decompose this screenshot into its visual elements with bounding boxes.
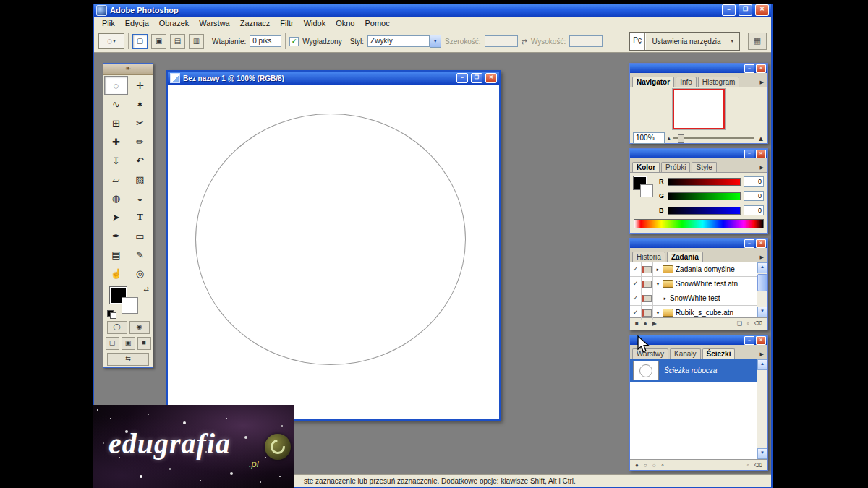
move-tool[interactable]: ✛: [128, 76, 152, 95]
swap-colors-icon[interactable]: ⇄: [143, 286, 149, 293]
panel-minimize-button[interactable]: –: [744, 150, 754, 158]
expander-icon[interactable]: ►: [653, 267, 663, 272]
menu-filtr[interactable]: Filtr: [275, 18, 298, 28]
stroke-path-button[interactable]: ○: [644, 461, 647, 471]
actions-panel-titlebar[interactable]: – ✕: [630, 239, 767, 248]
fullscreen-menubar-button[interactable]: ▣: [122, 337, 135, 350]
document-minimize-button[interactable]: –: [456, 73, 468, 83]
panel-close-button[interactable]: ✕: [756, 336, 766, 345]
scroll-up-icon[interactable]: ▲: [757, 359, 767, 370]
document-close-button[interactable]: ✕: [485, 73, 497, 83]
document-titlebar[interactable]: Bez nazwy 1 @ 100% (RGB/8) – ❐ ✕: [168, 72, 499, 85]
new-path-button[interactable]: ▫: [747, 461, 749, 471]
default-colors-icon[interactable]: [107, 310, 116, 317]
panel-menu-icon[interactable]: ▶: [760, 351, 765, 359]
restore-button[interactable]: ❐: [739, 4, 752, 16]
green-value-input[interactable]: 0: [744, 191, 764, 201]
action-check-icon[interactable]: ✓: [630, 262, 642, 276]
subtract-selection-mode-button[interactable]: ▤: [170, 34, 185, 49]
zoom-percent-input[interactable]: 100%: [633, 132, 665, 144]
standard-mode-button[interactable]: ◯: [107, 321, 127, 334]
panel-minimize-button[interactable]: –: [744, 239, 754, 248]
background-color-swatch[interactable]: [122, 297, 138, 314]
healing-brush-tool[interactable]: ✚: [104, 132, 128, 151]
minimize-button[interactable]: –: [722, 4, 736, 16]
antialias-checkbox[interactable]: ✓: [289, 37, 299, 46]
tab-zadania[interactable]: Zadania: [667, 252, 703, 262]
scrollbar-track[interactable]: [757, 273, 767, 307]
document-restore-button[interactable]: ❐: [471, 73, 482, 83]
menu-plik[interactable]: Plik: [97, 18, 120, 28]
scrollbar-thumb[interactable]: [757, 274, 767, 291]
height-input[interactable]: [569, 35, 603, 47]
add-selection-mode-button[interactable]: ▣: [151, 34, 166, 49]
red-slider[interactable]: [668, 178, 741, 186]
zoom-in-icon[interactable]: ▲: [757, 134, 765, 142]
scroll-up-icon[interactable]: ▲: [757, 262, 767, 273]
tool-presets-button[interactable]: Pę: [630, 33, 645, 50]
action-check-icon[interactable]: ✓: [630, 291, 642, 305]
menu-edycja[interactable]: Edycja: [120, 18, 154, 28]
path-row-selected[interactable]: Ścieżka robocza: [630, 359, 757, 382]
color-panel-titlebar[interactable]: – ✕: [630, 149, 767, 158]
menu-zaznacz[interactable]: Zaznacz: [235, 18, 276, 28]
scroll-down-icon[interactable]: ▼: [757, 307, 767, 317]
gradient-tool[interactable]: ▧: [128, 170, 152, 189]
tab-kolor[interactable]: Kolor: [632, 162, 660, 172]
fill-path-button[interactable]: ●: [635, 461, 639, 471]
expander-icon[interactable]: ►: [660, 296, 670, 301]
brush-tool[interactable]: ✏: [128, 132, 152, 151]
app-titlebar[interactable]: Adobe Photoshop – ❐ ✕: [94, 4, 771, 17]
feather-input[interactable]: 0 piks: [250, 35, 281, 47]
eraser-tool[interactable]: ▱: [104, 170, 128, 189]
action-check-icon[interactable]: ✓: [630, 277, 642, 291]
panel-close-button[interactable]: ✕: [756, 150, 766, 158]
color-spectrum-ramp[interactable]: [634, 219, 764, 228]
jump-to-imageready-button[interactable]: ⇆: [107, 353, 149, 366]
background-color-swatch[interactable]: [640, 184, 653, 197]
panel-close-button[interactable]: ✕: [756, 239, 766, 248]
dialog-toggle-icon[interactable]: [642, 262, 653, 276]
hand-tool[interactable]: ☝: [104, 264, 128, 283]
panel-menu-icon[interactable]: ▶: [760, 254, 765, 262]
scroll-down-icon[interactable]: ▼: [757, 448, 767, 459]
toolbox-grip[interactable]: ❧: [103, 64, 153, 75]
make-work-path-button[interactable]: ∘: [660, 461, 664, 471]
action-row[interactable]: ✓ ▼ Rubik_s_cube.atn: [630, 306, 757, 320]
standard-screen-button[interactable]: ▢: [106, 337, 119, 350]
action-row[interactable]: ✓ ▼ SnowWhite test.atn: [630, 277, 757, 291]
type-tool[interactable]: T: [128, 207, 152, 226]
tab-style[interactable]: Style: [692, 162, 716, 172]
zoom-out-icon[interactable]: ▴: [668, 135, 671, 141]
close-button[interactable]: ✕: [755, 4, 769, 16]
panel-minimize-button[interactable]: –: [744, 336, 754, 345]
blue-slider[interactable]: [668, 207, 741, 215]
swap-dimensions-icon[interactable]: ⇄: [522, 38, 527, 46]
tool-presets-tab[interactable]: Ustawienia narzędzia ▾: [645, 33, 739, 50]
action-check-icon[interactable]: ✓: [630, 306, 642, 320]
tab-sciezki[interactable]: Ścieżki: [702, 348, 736, 359]
magic-wand-tool[interactable]: ✶: [128, 95, 152, 114]
pen-tool[interactable]: ✒: [104, 226, 128, 245]
expander-icon[interactable]: ▼: [653, 311, 663, 315]
dialog-toggle-icon[interactable]: [642, 291, 653, 305]
menu-okno[interactable]: Okno: [331, 18, 359, 28]
green-slider[interactable]: [668, 192, 741, 200]
zoom-slider[interactable]: [673, 137, 755, 139]
menu-obrazek[interactable]: Obrazek: [154, 18, 195, 28]
zoom-slider-thumb[interactable]: [678, 134, 684, 143]
canvas[interactable]: [168, 85, 499, 419]
tab-historia[interactable]: Historia: [632, 252, 665, 262]
tab-info[interactable]: Info: [676, 77, 697, 87]
quick-mask-mode-button[interactable]: ◉: [129, 321, 150, 334]
action-row[interactable]: ✓ ► SnowWhite test: [630, 291, 757, 306]
panel-close-button[interactable]: ✕: [756, 64, 766, 73]
path-thumbnail[interactable]: [633, 361, 659, 380]
lasso-tool[interactable]: ∿: [104, 95, 128, 114]
dodge-tool[interactable]: ◒: [128, 189, 152, 207]
tab-probki[interactable]: Próbki: [661, 162, 690, 172]
menu-warstwa[interactable]: Warstwa: [194, 18, 234, 28]
chevron-down-icon[interactable]: ▼: [430, 35, 441, 48]
new-selection-mode-button[interactable]: ▢: [132, 34, 148, 49]
red-value-input[interactable]: 0: [744, 176, 764, 187]
